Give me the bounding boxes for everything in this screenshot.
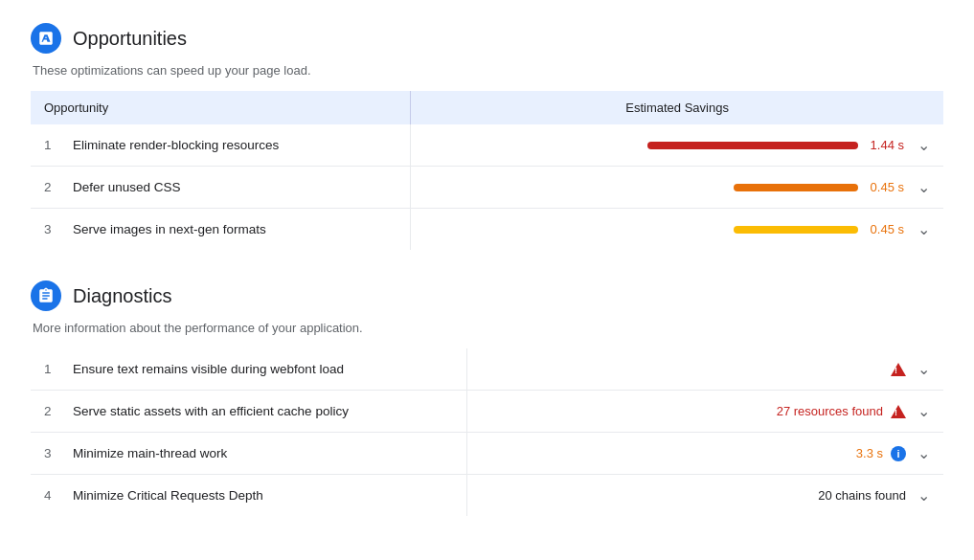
opportunities-section: Opportunities These optimizations can sp… (31, 23, 943, 250)
diag-value: 20 chains found (818, 488, 906, 503)
row-label: Eliminate render-blocking resources (59, 124, 411, 167)
diagnostics-row[interactable]: 3 Minimize main-thread work 3.3 s i ⌄ (31, 433, 943, 475)
row-label: Serve images in next-gen formats (59, 209, 411, 251)
savings-value: 0.45 s (868, 222, 904, 236)
row-savings: 0.45 s ⌄ (411, 209, 943, 251)
savings-value: 0.45 s (868, 180, 904, 194)
info-icon: i (891, 446, 906, 461)
warning-icon (891, 363, 906, 376)
row-right: 20 chains found ⌄ (466, 475, 943, 517)
opportunity-row[interactable]: 1 Eliminate render-blocking resources 1.… (31, 124, 943, 167)
warning-icon (891, 405, 906, 418)
expand-chevron[interactable]: ⌄ (917, 402, 930, 420)
row-num: 1 (31, 124, 59, 167)
diagnostics-table: 1 Ensure text remains visible during web… (31, 348, 943, 516)
diagnostics-svg (37, 287, 55, 304)
expand-chevron[interactable]: ⌄ (917, 444, 930, 462)
row-num: 1 (31, 348, 59, 391)
expand-chevron[interactable]: ⌄ (917, 486, 930, 504)
row-savings: 0.45 s ⌄ (411, 167, 943, 209)
diagnostics-subtitle: More information about the performance o… (33, 321, 943, 335)
diagnostics-header: Diagnostics (31, 280, 943, 311)
diagnostics-row[interactable]: 2 Serve static assets with an efficient … (31, 391, 943, 433)
expand-chevron[interactable]: ⌄ (917, 220, 930, 238)
col-opportunity-header: Opportunity (31, 91, 411, 124)
row-label: Ensure text remains visible during webfo… (59, 348, 466, 391)
opportunities-svg (37, 30, 55, 47)
diag-value: 27 resources found (777, 404, 883, 418)
expand-chevron[interactable]: ⌄ (917, 178, 930, 196)
diag-value: 3.3 s (856, 446, 883, 460)
savings-value: 1.44 s (868, 138, 904, 152)
opportunities-header: Opportunities (31, 23, 943, 54)
expand-chevron[interactable]: ⌄ (917, 136, 930, 154)
opportunities-subtitle: These optimizations can speed up your pa… (33, 63, 943, 78)
row-label: Minimize Critical Requests Depth (59, 475, 466, 517)
row-savings: 1.44 s ⌄ (411, 124, 943, 167)
row-label: Defer unused CSS (59, 167, 411, 209)
row-num: 2 (31, 167, 59, 209)
opportunities-icon (31, 23, 61, 54)
opportunity-row[interactable]: 3 Serve images in next-gen formats 0.45 … (31, 209, 943, 251)
row-label: Serve static assets with an efficient ca… (59, 391, 466, 433)
row-num: 3 (31, 209, 59, 251)
opportunities-title: Opportunities (73, 28, 187, 50)
row-num: 2 (31, 391, 59, 433)
col-savings-header: Estimated Savings (411, 91, 943, 124)
opportunities-table: Opportunity Estimated Savings 1 Eliminat… (31, 91, 943, 250)
row-label: Minimize main-thread work (59, 433, 466, 475)
diagnostics-section: Diagnostics More information about the p… (31, 280, 943, 516)
diagnostics-row[interactable]: 4 Minimize Critical Requests Depth 20 ch… (31, 475, 943, 517)
row-num: 4 (31, 475, 59, 517)
expand-chevron[interactable]: ⌄ (917, 360, 930, 378)
row-num: 3 (31, 433, 59, 475)
row-right: 3.3 s i ⌄ (466, 433, 943, 475)
diagnostics-icon (31, 280, 61, 311)
opportunity-row[interactable]: 2 Defer unused CSS 0.45 s ⌄ (31, 167, 943, 209)
diagnostics-row[interactable]: 1 Ensure text remains visible during web… (31, 348, 943, 391)
row-right: ⌄ (466, 348, 943, 391)
diagnostics-title: Diagnostics (73, 285, 171, 307)
row-right: 27 resources found ⌄ (466, 391, 943, 433)
opportunities-table-header: Opportunity Estimated Savings (31, 91, 943, 124)
